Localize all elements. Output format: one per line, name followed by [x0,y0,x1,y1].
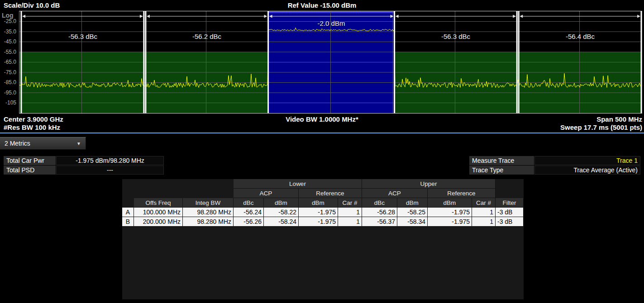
header-upper-dbc: dBc [362,198,397,208]
table-cell[interactable]: 1 [338,217,362,227]
header-offs-freq: Offs Freq [134,198,183,208]
trace-type-label: Trace Type [469,166,534,175]
total-car-pwr-value: -1.975 dBm/98.280 MHz [56,156,164,165]
header-upper-ref-dbm: dBm [428,198,472,208]
table-cell[interactable]: 200.000 MHz [134,217,183,227]
table-cell[interactable]: 1 [338,208,362,217]
span-label: Span 500 MHz [596,115,642,123]
spectrum-trace-canvas [19,11,642,113]
table-cell[interactable]: -58.22 [264,208,299,217]
table-cell[interactable]: -1.975 [428,208,472,217]
table-cell[interactable]: B [122,217,134,227]
y-tick: -105 [5,99,16,106]
y-tick: -35.0 [4,28,16,35]
header-lower-ref-dbm: dBm [299,198,338,208]
table-cell[interactable]: -56.24 [234,208,264,217]
separator-line [0,133,644,133]
table-cell[interactable]: -1.975 [299,217,338,227]
total-psd-label: Total PSD [4,166,56,175]
table-cell[interactable]: -3 dB [496,208,524,217]
table-cell[interactable]: -58.25 [397,208,428,217]
table-spacer [122,189,234,198]
subgroup-lower-reference: Reference [299,189,362,198]
table-cell[interactable]: -3 dB [496,217,524,227]
header-lower-dbm: dBm [264,198,299,208]
metrics-dropdown-label: 2 Metrics [5,140,30,147]
spectrum-plot: -56.3 dBc -56.2 dBc -2.0 dBm -56.3 dBc -… [19,11,642,114]
y-tick: -75.0 [4,69,16,76]
y-tick: -25.0 [4,18,16,24]
subgroup-upper-acp: ACP [362,189,428,198]
table-spacer [496,179,524,189]
y-tick: -85.0 [4,79,16,85]
table-cell[interactable]: 1 [472,217,496,227]
table-cell[interactable]: -58.24 [264,217,299,227]
table-cell[interactable]: 98.280 MHz [183,217,234,227]
table-cell[interactable]: -58.34 [397,217,428,227]
trace-type-value: Trace Average (Active) [534,166,640,175]
measure-trace-value: Trace 1 [534,156,640,165]
total-psd-value: --- [56,166,164,175]
table-spacer [496,189,524,198]
header-integ-bw: Integ BW [183,198,234,208]
table-cell[interactable]: -56.28 [362,208,397,217]
col-group-lower: Lower [234,179,362,189]
y-tick: -95.0 [4,90,16,96]
subgroup-lower-acp: ACP [234,189,299,198]
measure-trace-label: Measure Trace [469,156,534,165]
acp-table: Lower Upper ACP Reference ACP Reference … [122,179,524,299]
ref-value-label: Ref Value -15.00 dBm [0,1,644,9]
header-upper-dbm: dBm [397,198,428,208]
table-cell[interactable]: -56.26 [234,217,264,227]
y-tick: -65.0 [4,59,16,65]
table-cell[interactable]: 98.280 MHz [183,208,234,217]
table-spacer [122,179,234,189]
metrics-dropdown[interactable]: 2 Metrics ▼ [0,137,86,150]
res-bw-label: #Res BW 100 kHz [4,123,60,131]
y-tick: -55.0 [4,49,16,55]
header-filter: Filter [496,198,524,208]
table-cell[interactable]: 1 [472,208,496,217]
chevron-down-icon: ▼ [76,141,81,146]
table-spacer [122,198,134,208]
header-lower-car: Car # [338,198,362,208]
y-tick: -45.0 [4,38,16,45]
header-lower-dbc: dBc [234,198,264,208]
total-car-pwr-label: Total Car Pwr [4,156,56,165]
table-cell[interactable]: 100.000 MHz [134,208,183,217]
y-axis-labels: -25.0 -35.0 -45.0 -55.0 -65.0 -75.0 -85.… [0,11,18,114]
table-cell[interactable]: A [122,208,134,217]
table-cell[interactable]: -56.37 [362,217,397,227]
table-cell[interactable]: -1.975 [299,208,338,217]
header-upper-car: Car # [472,198,496,208]
subgroup-upper-reference: Reference [428,189,496,198]
video-bw-label: Video BW 1.0000 MHz* [0,115,644,123]
table-cell[interactable]: -1.975 [428,217,472,227]
col-group-upper: Upper [362,179,496,189]
sweep-label: Sweep 17.7 ms (5001 pts) [560,123,642,131]
